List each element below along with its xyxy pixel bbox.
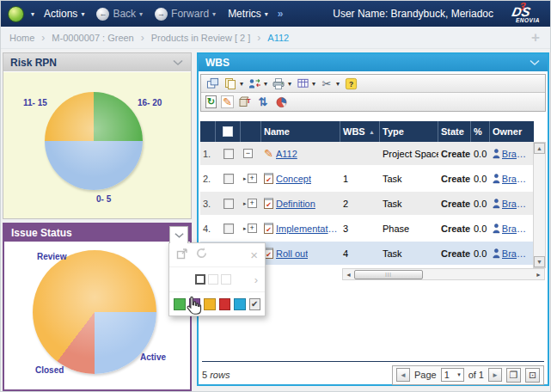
globe-caret-icon[interactable]: ▾ [31, 10, 34, 18]
issue-panel-menu-toggle[interactable] [169, 226, 188, 243]
export-caret-icon[interactable]: ▾ [312, 80, 315, 88]
scroll-right-icon[interactable]: ► [533, 269, 544, 279]
copy-document-icon[interactable] [223, 77, 237, 90]
table-row[interactable]: 4. ▸+ ✔Implementation 3 Phase Create 0.0… [200, 217, 534, 242]
edit-icon[interactable]: ✎ [221, 95, 234, 108]
page-select[interactable]: 1 ▾ [441, 368, 464, 382]
issue-status-chart-area: Review Active Closed [4, 242, 190, 389]
back-button[interactable]: ← Back ▾ [94, 8, 145, 21]
help-icon[interactable]: ? [344, 77, 358, 90]
sort-icon[interactable]: ⇅ [256, 95, 270, 109]
forward-button[interactable]: → Forward ▾ [152, 8, 218, 21]
sort-ascending-icon[interactable]: ▲ [369, 129, 377, 135]
expand-toggle-icon[interactable]: + [248, 199, 257, 208]
table-row[interactable]: 1. − ✎A112 Project Space Create 0.0 Bran… [200, 142, 534, 167]
wbs-collapse-icon[interactable] [529, 59, 541, 66]
windows-view-icon[interactable] [205, 77, 219, 90]
enovia-app-window: ▾ Actions ▾ ← Back ▾ → Forward ▾ Metrics… [0, 0, 551, 392]
header-state[interactable]: State [438, 121, 471, 142]
actions-menu[interactable]: Actions ▾ [41, 8, 87, 20]
header-name[interactable]: Name [261, 121, 340, 142]
layout-option-1-selected[interactable] [195, 274, 205, 285]
scroll-left-icon[interactable]: ◄ [343, 269, 354, 279]
compact-view-icon[interactable]: ⊡ [525, 368, 540, 383]
layout-option-2[interactable] [208, 274, 218, 285]
export-table-icon[interactable] [296, 77, 309, 90]
page-word: Page [414, 370, 437, 380]
tools-caret-icon[interactable]: ▾ [336, 80, 340, 88]
name-link[interactable]: Implementation [276, 224, 338, 234]
header-type[interactable]: Type [380, 121, 438, 142]
popup-action-row: × [169, 243, 265, 266]
name-link[interactable]: Roll out [276, 248, 308, 259]
add-tab-icon[interactable]: + [531, 29, 540, 46]
vertical-scrollbar[interactable]: ▲ ▼ [533, 142, 546, 268]
assign-caret-icon[interactable]: ▾ [264, 80, 267, 88]
printer-icon[interactable] [272, 77, 285, 90]
wbs-number-cell: 4 [340, 248, 380, 259]
expand-toggle-icon[interactable]: + [248, 174, 257, 183]
globe-icon[interactable] [8, 6, 24, 22]
printer-caret-icon[interactable]: ▾ [288, 80, 291, 88]
previous-page-icon[interactable]: ◄ [396, 368, 410, 382]
breadcrumb-project[interactable]: M-0000007 : Green [52, 33, 133, 43]
risk-rpn-collapse-icon[interactable] [172, 59, 184, 66]
color-swatch-default-check[interactable]: ✔ [249, 298, 261, 310]
scroll-up-icon[interactable]: ▲ [534, 143, 545, 154]
copy-caret-icon[interactable]: ▾ [240, 80, 243, 88]
color-swatch-green[interactable] [174, 298, 186, 310]
horizontal-scrollbar[interactable]: ◄ ||| ► [342, 268, 545, 280]
more-menus-icon[interactable]: » [278, 8, 284, 20]
pie-chart-view-icon[interactable] [274, 95, 288, 109]
table-row[interactable]: 3. ▸+ ✔Definition 2 Task Create 0.0 Bran… [200, 192, 534, 217]
refresh-table-icon[interactable]: ↻ [205, 95, 217, 108]
popup-layout-row: › [169, 266, 265, 291]
risk-rpn-pie-chart[interactable] [45, 92, 143, 190]
table-row[interactable]: 2. ▸+ ✔Concept 1 Task Create 0.0 Brandy [200, 167, 534, 192]
row-checkbox[interactable] [223, 149, 234, 159]
name-link[interactable]: Concept [276, 174, 311, 184]
structure-filter-icon[interactable]: T [238, 95, 252, 109]
close-popup-icon[interactable]: × [250, 248, 258, 261]
breadcrumb-home[interactable]: Home [9, 33, 34, 43]
wbs-header: WBS [199, 54, 548, 71]
breadcrumb-separator-icon: › [141, 32, 144, 44]
row-checkbox[interactable] [223, 199, 234, 209]
owner-link[interactable]: Brandy [502, 248, 531, 259]
header-wbs[interactable]: WBS▲ [340, 121, 380, 142]
expand-toggle-icon[interactable]: + [248, 224, 257, 233]
back-caret-icon: ▾ [139, 10, 143, 18]
tools-icon[interactable]: ✂ [320, 77, 334, 90]
owner-link[interactable]: Brandy [502, 199, 531, 209]
breadcrumb-products-in-review[interactable]: Products in Review [ 2 ] [151, 33, 251, 43]
name-link[interactable]: Definition [276, 199, 315, 209]
color-swatch-red[interactable] [219, 298, 231, 310]
owner-link[interactable]: Brandy [502, 149, 531, 159]
percent-cell: 0.0 [471, 149, 490, 159]
layout-option-3[interactable] [221, 274, 231, 285]
horizontal-scroll-thumb[interactable]: ||| [354, 270, 423, 279]
color-swatch-purple[interactable] [189, 298, 201, 310]
owner-link[interactable]: Brandy [502, 174, 531, 184]
header-owner[interactable]: Owner [490, 121, 534, 142]
select-all-checkbox[interactable] [223, 126, 233, 137]
wbs-panel: WBS ▾ ▾ [197, 52, 549, 386]
issue-status-pie-chart[interactable] [33, 250, 156, 374]
owner-link[interactable]: Brandy [502, 224, 531, 234]
header-percent[interactable]: % [471, 121, 490, 142]
color-swatch-blue[interactable] [234, 298, 246, 310]
more-layouts-chevron-icon[interactable]: › [254, 273, 258, 286]
expand-external-icon[interactable] [176, 248, 188, 263]
assign-user-icon[interactable] [248, 77, 261, 90]
metrics-menu[interactable]: Metrics ▾ [225, 8, 271, 20]
refresh-panel-icon[interactable] [195, 247, 208, 263]
color-swatch-yellow[interactable] [204, 298, 216, 310]
header-expand-cell [241, 121, 261, 142]
collapse-toggle-icon[interactable]: − [243, 149, 253, 158]
row-checkbox[interactable] [223, 224, 234, 234]
row-checkbox[interactable] [223, 174, 234, 184]
name-link[interactable]: A112 [276, 149, 297, 159]
next-page-icon[interactable]: ► [488, 368, 502, 382]
maximize-table-icon[interactable]: ❐ [506, 368, 521, 383]
scroll-down-icon[interactable]: ▼ [534, 256, 545, 267]
